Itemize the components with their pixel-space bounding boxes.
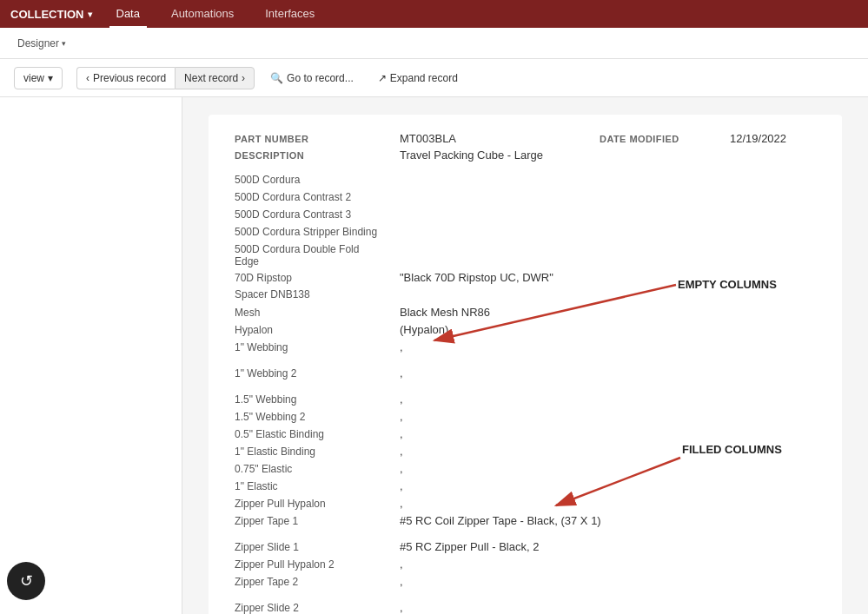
part-number-value-cell: MT003BLA	[400, 132, 600, 145]
field-label: Zipper Slide 1	[235, 541, 400, 553]
tab-interfaces[interactable]: Interfaces	[258, 0, 321, 28]
goto-record-button[interactable]: 🔍 Go to record...	[262, 68, 362, 89]
record-card: PART NUMBER MT003BLA DATE MODIFIED 12/19…	[209, 115, 842, 614]
field-label: Zipper Tape 2	[235, 576, 400, 588]
table-row: 70D Ripstop"Black 70D Ripstop UC, DWR"	[235, 269, 816, 287]
prev-record-button[interactable]: ‹ Previous record	[76, 67, 175, 89]
record-navigation: ‹ Previous record Next record ›	[76, 67, 255, 89]
field-label: 1" Webbing	[235, 341, 400, 353]
expand-record-label: Expand record	[390, 72, 458, 84]
field-value: ,	[400, 445, 816, 458]
sub-nav-designer[interactable]: Designer ▾	[10, 28, 73, 59]
brand-caret: ▾	[88, 10, 92, 19]
toolbar: view ▾ ‹ Previous record Next record › 🔍…	[0, 59, 868, 97]
bottom-toggle-button[interactable]: ↺	[7, 562, 45, 600]
toggle-icon: ↺	[20, 571, 33, 591]
table-row: 1" Elastic,	[235, 478, 816, 495]
next-record-label: Next record	[184, 72, 238, 84]
field-label: 0.75" Elastic	[235, 463, 400, 475]
table-row: Zipper Slide 1#5 RC Zipper Pull - Black,…	[235, 538, 816, 556]
header-row: PART NUMBER MT003BLA DATE MODIFIED 12/19…	[235, 132, 816, 145]
part-number-value: MT003BLA	[400, 132, 456, 145]
field-value: "Black 70D Ripstop UC, DWR"	[400, 271, 816, 284]
table-row: Zipper Pull Hypalon,	[235, 495, 816, 512]
field-label: 1.5" Webbing	[235, 393, 400, 406]
expand-icon: ↗	[378, 72, 387, 84]
next-record-button[interactable]: Next record ›	[175, 67, 255, 89]
prev-record-label: Previous record	[93, 72, 166, 84]
table-row: 0.5" Elastic Binding,	[235, 426, 816, 443]
field-label: Zipper Slide 2	[235, 602, 400, 614]
table-row: 1" Webbing,	[235, 339, 816, 356]
content-wrapper: EMPTY COLUMNS FILLED COLUMNS PART NUMBER…	[209, 115, 842, 614]
field-value: ,	[400, 393, 816, 406]
table-row: 500D Cordura	[235, 172, 816, 189]
field-label: 500D Cordura	[235, 174, 400, 186]
field-label: 500D Cordura Contrast 2	[235, 191, 400, 203]
tab-interfaces-label: Interfaces	[265, 7, 315, 20]
field-spacer	[235, 530, 816, 538]
field-value: ,	[400, 601, 816, 614]
next-chevron: ›	[242, 72, 245, 84]
table-row: Zipper Tape 2,	[235, 573, 816, 591]
view-button[interactable]: view ▾	[14, 67, 63, 89]
description-value-cell: Travel Packing Cube - Large	[400, 149, 543, 162]
field-value: #5 RC Coil Zipper Tape - Black, (37 X 1)	[400, 514, 816, 527]
table-row: 0.75" Elastic,	[235, 460, 816, 478]
date-modified-value: 12/19/2022	[730, 132, 786, 145]
date-modified-value-cell: 12/19/2022	[730, 132, 786, 145]
field-value: Black Mesh NR86	[400, 306, 816, 319]
part-number-label: PART NUMBER	[235, 134, 308, 144]
table-row: 500D Cordura Double Fold Edge	[235, 241, 816, 269]
tab-data-label: Data	[116, 7, 140, 20]
field-label: Zipper Tape 1	[235, 515, 400, 527]
search-icon: 🔍	[270, 72, 283, 84]
field-label: 70D Ripstop	[235, 272, 400, 284]
table-row: Spacer DNB138	[235, 287, 816, 304]
top-nav: COLLECTION ▾ Data Automations Interfaces	[0, 0, 868, 28]
field-value: ,	[400, 479, 816, 492]
tab-automations-label: Automations	[171, 7, 234, 20]
table-row: Hypalon(Hypalon)	[235, 321, 816, 339]
description-value: Travel Packing Cube - Large	[400, 149, 543, 162]
goto-record-label: Go to record...	[287, 72, 354, 84]
field-label: 500D Cordura Double Fold Edge	[235, 243, 400, 267]
field-spacer	[235, 356, 816, 365]
tab-automations[interactable]: Automations	[164, 0, 241, 28]
field-value: ,	[400, 575, 816, 588]
field-rows: 500D Cordura500D Cordura Contrast 2500D …	[235, 172, 816, 614]
view-label: view	[23, 72, 44, 84]
content-area[interactable]: EMPTY COLUMNS FILLED COLUMNS PART NUMBER…	[182, 97, 868, 614]
field-value: ,	[400, 410, 816, 423]
prev-chevron: ‹	[86, 72, 89, 84]
table-row: 1.5" Webbing 2,	[235, 408, 816, 426]
part-number-label-cell: PART NUMBER	[235, 132, 400, 145]
date-modified-label: DATE MODIFIED	[600, 134, 679, 144]
table-row: Zipper Pull Hypalon 2,	[235, 556, 816, 573]
field-label: 500D Cordura Contrast 3	[235, 208, 400, 221]
field-label: 1.5" Webbing 2	[235, 411, 400, 423]
main-layout: EMPTY COLUMNS FILLED COLUMNS PART NUMBER…	[0, 97, 868, 614]
table-row: 1" Elastic Binding,	[235, 443, 816, 460]
description-row: DESCRIPTION Travel Packing Cube - Large	[235, 149, 816, 162]
field-label: 500D Cordura Stripper Binding	[235, 226, 400, 238]
brand-name: COLLECTION	[10, 8, 84, 21]
field-label: 1" Elastic Binding	[235, 446, 400, 458]
field-value: ,	[400, 462, 816, 475]
field-value: (Hypalon)	[400, 323, 816, 336]
field-value: ,	[400, 558, 816, 571]
table-row: 1" Webbing 2,	[235, 365, 816, 382]
field-value: ,	[400, 497, 816, 510]
table-row: 500D Cordura Stripper Binding	[235, 224, 816, 241]
expand-record-button[interactable]: ↗ Expand record	[369, 68, 467, 89]
field-label: Hypalon	[235, 324, 400, 336]
brand[interactable]: COLLECTION ▾	[10, 8, 92, 21]
sidebar	[0, 97, 182, 614]
field-label: Zipper Pull Hypalon	[235, 498, 400, 510]
field-value: ,	[400, 340, 816, 353]
field-spacer	[235, 591, 816, 599]
description-label-cell: DESCRIPTION	[235, 149, 400, 162]
tab-data[interactable]: Data	[109, 0, 147, 28]
field-label: Spacer DNB138	[235, 288, 400, 300]
table-row: Zipper Tape 1#5 RC Coil Zipper Tape - Bl…	[235, 512, 816, 530]
